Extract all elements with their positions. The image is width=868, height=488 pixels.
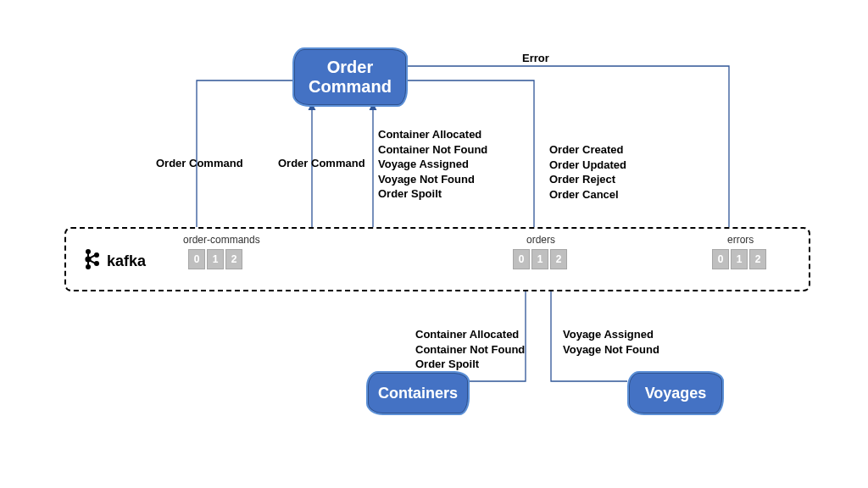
partition: 1 [207, 249, 224, 269]
ann-ordercmd-to-errors: Error [522, 51, 549, 66]
kafka-label: kafka [107, 252, 146, 270]
partition: 2 [225, 249, 242, 269]
ann-ordercommands-to-ordercmd: Order Command [278, 156, 365, 171]
topic-partitions-errors: 0 1 2 [712, 249, 766, 269]
topic-label-errors: errors [727, 234, 754, 246]
topic-label-orders: orders [526, 234, 555, 246]
ann-voyages-to-orders: Voyage Assigned Voyage Not Found [563, 327, 659, 357]
node-voyages: Voyages [627, 371, 724, 415]
node-order-command: Order Command [292, 47, 408, 107]
ann-ordercmd-to-orders: Order Created Order Updated Order Reject… [549, 142, 626, 202]
partition: 2 [550, 249, 567, 269]
ann-ordercmd-to-ordercommands: Order Command [156, 156, 243, 171]
partition: 0 [712, 249, 729, 269]
topic-partitions-orders: 0 1 2 [513, 249, 567, 269]
topic-partitions-order-commands: 0 1 2 [188, 249, 242, 269]
partition: 0 [513, 249, 530, 269]
ann-containers-to-orders: Container Allocated Container Not Found … [415, 327, 525, 372]
partition: 1 [731, 249, 748, 269]
node-containers: Containers [366, 371, 470, 415]
ann-orders-to-ordercmd: Container Allocated Container Not Found … [378, 127, 487, 202]
kafka-logo: kafka [81, 247, 146, 275]
partition: 0 [188, 249, 205, 269]
kafka-container [64, 227, 810, 291]
topic-label-order-commands: order-commands [183, 234, 260, 246]
kafka-glyph-icon [81, 247, 102, 275]
partition: 1 [531, 249, 548, 269]
partition: 2 [749, 249, 766, 269]
